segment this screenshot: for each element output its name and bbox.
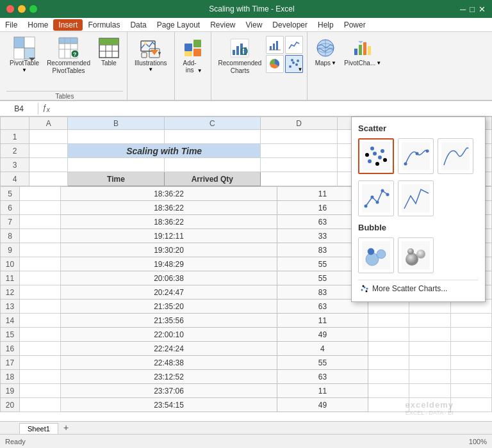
cell-a9[interactable] [20,243,61,257]
cell-e16[interactable] [409,342,450,356]
cell-d16[interactable] [368,342,409,356]
cell-a14[interactable] [20,314,61,328]
cell-e15[interactable] [409,328,450,342]
row-header-12[interactable]: 12 [1,285,20,300]
cell-a17[interactable] [20,356,61,370]
col-header-c[interactable]: C [164,117,260,130]
cell-b3[interactable] [68,158,164,172]
cell-d19[interactable] [368,384,409,398]
cell-b20[interactable]: 23:54:15 [61,398,277,412]
cell-b13[interactable]: 21:35:20 [61,300,277,314]
cell-b1[interactable] [68,130,164,144]
scatter-straight-option[interactable] [398,180,434,216]
row-header-13[interactable]: 13 [1,300,20,314]
cell-c1[interactable] [164,130,260,144]
bar-chart-button[interactable] [266,36,284,54]
scatter-smooth-option[interactable] [438,138,473,174]
cell-d1[interactable] [261,130,338,144]
row-header-20[interactable]: 20 [1,398,20,412]
menu-data[interactable]: Data [125,19,151,31]
cell-b11[interactable]: 20:06:38 [61,271,277,285]
cell-d17[interactable] [368,356,409,370]
cell-f14[interactable] [450,314,491,328]
menu-view[interactable]: View [241,19,268,31]
cell-b14[interactable]: 21:35:56 [61,314,277,328]
cell-d14[interactable] [368,314,409,328]
cell-a2[interactable] [29,144,68,158]
row-header-8[interactable]: 8 [1,229,20,243]
cell-b9[interactable]: 19:30:20 [61,243,277,257]
cell-a13[interactable] [20,300,61,314]
line-chart-button[interactable] [285,36,303,54]
cell-a6[interactable] [20,201,61,215]
sheet-tab-1[interactable]: Sheet1 [19,423,58,434]
col-header-b[interactable]: B [68,117,164,130]
menu-developer[interactable]: Developer [267,19,313,31]
menu-formulas[interactable]: Formulas [83,19,125,31]
cell-c18[interactable]: 63 [277,370,368,384]
menu-home[interactable]: Home [22,19,53,31]
close-icon[interactable]: ✕ [479,4,486,14]
cell-b7[interactable]: 18:36:22 [61,215,277,229]
row-header-10[interactable]: 10 [1,257,20,271]
cell-b5[interactable]: 18:36:22 [61,187,277,201]
cell-a20[interactable] [20,398,61,412]
menu-insert[interactable]: Insert [53,19,83,31]
status-zoom[interactable]: 100% [469,438,487,445]
cell-d15[interactable] [368,328,409,342]
cell-c3[interactable] [164,158,260,172]
row-header-18[interactable]: 18 [1,370,20,384]
cell-a10[interactable] [20,257,61,271]
cell-d20[interactable] [368,398,409,412]
formula-content[interactable] [54,108,492,110]
rec-pivot-button[interactable]: ? RecommendedPivotTables [44,35,94,77]
cell-a15[interactable] [20,328,61,342]
row-header-11[interactable]: 11 [1,271,20,285]
menu-page-layout[interactable]: Page Layout [152,19,205,31]
cell-d2[interactable] [261,144,338,158]
more-charts-label[interactable]: More Scatter Charts... [372,284,447,293]
cell-b8[interactable]: 19:12:11 [61,229,277,243]
cell-b19[interactable]: 23:37:06 [61,384,277,398]
pie-chart-button[interactable] [266,55,284,73]
cell-e14[interactable] [409,314,450,328]
scatter-chart-active-button[interactable]: ▼ [285,55,303,73]
row-header-7[interactable]: 7 [1,215,20,229]
cell-f20[interactable] [450,398,491,412]
illustrations-button[interactable]: ▼ Illustrations ▼ [131,35,170,74]
cell-c4[interactable]: Arrived Qty [164,172,260,186]
cell-a16[interactable] [20,342,61,356]
scatter-straight-markers-option[interactable] [358,180,394,216]
cell-c19[interactable]: 11 [277,384,368,398]
row-header-2[interactable]: 2 [1,144,29,158]
cell-b10[interactable]: 19:48:29 [61,257,277,271]
pivot-table-button[interactable]: PivotTable ▼ [6,35,42,75]
scatter-smooth-markers-option[interactable] [398,138,434,174]
row-header-3[interactable]: 3 [1,158,29,172]
cell-a3[interactable] [29,158,68,172]
cell-c16[interactable]: 4 [277,342,368,356]
rec-charts-button[interactable]: ? RecommendedCharts [215,35,265,77]
col-header-d[interactable]: D [261,117,338,130]
cell-f16[interactable] [450,342,491,356]
cell-e19[interactable] [409,384,450,398]
menu-power[interactable]: Power [339,19,371,31]
row-header-17[interactable]: 17 [1,356,20,370]
bubble-3d-option[interactable] [398,237,434,273]
cell-f19[interactable] [450,384,491,398]
cell-c15[interactable]: 49 [277,328,368,342]
cell-b17[interactable]: 22:48:38 [61,356,277,370]
cell-b16[interactable]: 22:24:24 [61,342,277,356]
cell-a7[interactable] [20,215,61,229]
add-ins-button[interactable]: Add-ins ▼ [179,35,207,76]
col-header-a[interactable]: A [29,117,68,130]
cell-b18[interactable]: 23:12:52 [61,370,277,384]
more-scatter-charts[interactable]: More Scatter Charts... [358,280,479,295]
row-header-1[interactable]: 1 [1,130,29,144]
row-header-5[interactable]: 5 [1,187,20,201]
row-header-14[interactable]: 14 [1,314,20,328]
scatter-dots-option[interactable] [358,138,394,174]
cell-f17[interactable] [450,356,491,370]
cell-b6[interactable]: 18:36:22 [61,201,277,215]
cell-d18[interactable] [368,370,409,384]
